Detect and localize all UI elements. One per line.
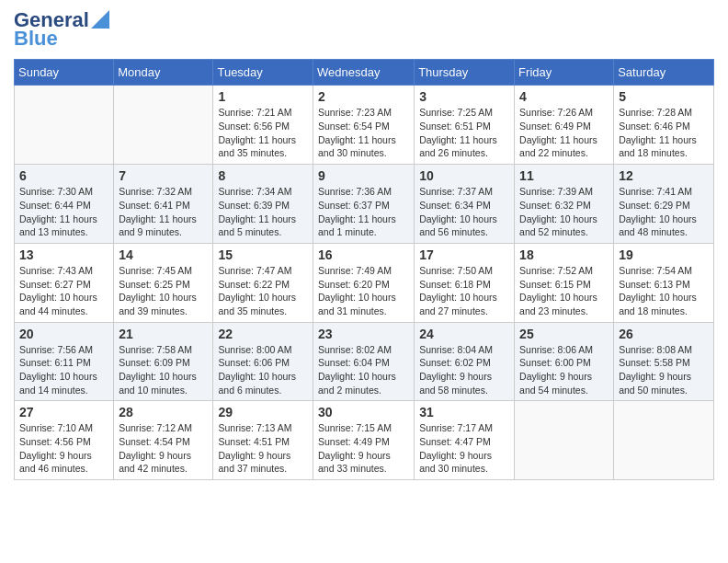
calendar-week-row: 1Sunrise: 7:21 AMSunset: 6:56 PMDaylight… [15, 86, 714, 165]
logo-icon [91, 6, 109, 29]
day-content: Sunrise: 7:10 AMSunset: 4:56 PMDaylight:… [19, 421, 108, 476]
day-number: 31 [419, 405, 509, 419]
day-number: 30 [318, 405, 409, 419]
calendar-cell: 20Sunrise: 7:56 AMSunset: 6:11 PMDayligh… [15, 322, 114, 401]
calendar-cell: 30Sunrise: 7:15 AMSunset: 4:49 PMDayligh… [313, 401, 415, 480]
day-content: Sunrise: 7:47 AMSunset: 6:22 PMDaylight:… [218, 264, 308, 318]
day-number: 9 [318, 168, 409, 183]
calendar-header-friday: Friday [515, 60, 614, 86]
day-number: 4 [519, 89, 609, 104]
calendar-cell: 18Sunrise: 7:52 AMSunset: 6:15 PMDayligh… [515, 243, 614, 322]
day-content: Sunrise: 7:26 AMSunset: 6:49 PMDaylight:… [519, 106, 609, 160]
day-number: 22 [218, 327, 308, 341]
day-content: Sunrise: 7:58 AMSunset: 6:09 PMDaylight:… [119, 343, 208, 397]
day-content: Sunrise: 7:49 AMSunset: 6:20 PMDaylight:… [318, 264, 409, 318]
page: General Blue SundayMondayTuesdayWednesda… [0, 0, 728, 489]
calendar-cell: 16Sunrise: 7:49 AMSunset: 6:20 PMDayligh… [313, 243, 415, 322]
day-number: 8 [218, 168, 308, 183]
day-number: 2 [318, 89, 409, 104]
day-content: Sunrise: 7:25 AMSunset: 6:51 PMDaylight:… [419, 106, 509, 160]
day-content: Sunrise: 7:45 AMSunset: 6:25 PMDaylight:… [119, 264, 208, 318]
calendar-week-row: 27Sunrise: 7:10 AMSunset: 4:56 PMDayligh… [15, 401, 714, 480]
calendar-cell: 28Sunrise: 7:12 AMSunset: 4:54 PMDayligh… [114, 401, 213, 480]
calendar-header-row: SundayMondayTuesdayWednesdayThursdayFrid… [15, 60, 714, 86]
day-content: Sunrise: 7:13 AMSunset: 4:51 PMDaylight:… [218, 421, 308, 476]
day-content: Sunrise: 7:36 AMSunset: 6:37 PMDaylight:… [318, 185, 409, 239]
day-number: 26 [619, 327, 709, 341]
svg-marker-0 [91, 10, 109, 29]
calendar-cell: 10Sunrise: 7:37 AMSunset: 6:34 PMDayligh… [415, 165, 515, 244]
calendar-cell: 24Sunrise: 8:04 AMSunset: 6:02 PMDayligh… [415, 322, 515, 401]
calendar-cell: 22Sunrise: 8:00 AMSunset: 6:06 PMDayligh… [213, 322, 313, 401]
day-content: Sunrise: 7:30 AMSunset: 6:44 PMDaylight:… [19, 185, 108, 239]
day-content: Sunrise: 8:00 AMSunset: 6:06 PMDaylight:… [218, 343, 308, 397]
day-number: 12 [619, 168, 709, 183]
calendar-cell: 8Sunrise: 7:34 AMSunset: 6:39 PMDaylight… [213, 165, 313, 244]
day-number: 11 [519, 168, 609, 183]
day-number: 16 [318, 247, 409, 262]
calendar-header-thursday: Thursday [415, 60, 515, 86]
calendar-header-sunday: Sunday [15, 60, 114, 86]
day-number: 19 [619, 247, 709, 262]
day-content: Sunrise: 7:12 AMSunset: 4:54 PMDaylight:… [119, 421, 208, 476]
calendar-cell: 12Sunrise: 7:41 AMSunset: 6:29 PMDayligh… [614, 165, 714, 244]
day-number: 13 [19, 247, 108, 262]
day-content: Sunrise: 8:06 AMSunset: 6:00 PMDaylight:… [519, 343, 609, 397]
day-content: Sunrise: 8:02 AMSunset: 6:04 PMDaylight:… [318, 343, 409, 397]
day-number: 18 [519, 247, 609, 262]
day-content: Sunrise: 7:39 AMSunset: 6:32 PMDaylight:… [519, 185, 609, 239]
day-number: 21 [119, 327, 208, 341]
day-content: Sunrise: 7:54 AMSunset: 6:13 PMDaylight:… [619, 264, 709, 318]
calendar-cell: 17Sunrise: 7:50 AMSunset: 6:18 PMDayligh… [415, 243, 515, 322]
calendar-cell: 26Sunrise: 8:08 AMSunset: 5:58 PMDayligh… [614, 322, 714, 401]
day-content: Sunrise: 7:15 AMSunset: 4:49 PMDaylight:… [318, 421, 409, 476]
calendar-cell: 14Sunrise: 7:45 AMSunset: 6:25 PMDayligh… [114, 243, 213, 322]
day-content: Sunrise: 7:28 AMSunset: 6:46 PMDaylight:… [619, 106, 709, 160]
day-content: Sunrise: 7:52 AMSunset: 6:15 PMDaylight:… [519, 264, 609, 318]
calendar-cell: 29Sunrise: 7:13 AMSunset: 4:51 PMDayligh… [213, 401, 313, 480]
calendar-cell: 23Sunrise: 8:02 AMSunset: 6:04 PMDayligh… [313, 322, 415, 401]
logo: General Blue [14, 9, 109, 50]
calendar-cell [114, 86, 213, 165]
day-number: 27 [19, 405, 108, 419]
calendar-header-wednesday: Wednesday [313, 60, 415, 86]
day-content: Sunrise: 8:04 AMSunset: 6:02 PMDaylight:… [419, 343, 509, 397]
day-number: 23 [318, 327, 409, 341]
day-content: Sunrise: 7:43 AMSunset: 6:27 PMDaylight:… [19, 264, 108, 318]
calendar-table: SundayMondayTuesdayWednesdayThursdayFrid… [14, 59, 714, 480]
day-number: 7 [119, 168, 208, 183]
day-content: Sunrise: 7:17 AMSunset: 4:47 PMDaylight:… [419, 421, 509, 476]
day-number: 29 [218, 405, 308, 419]
calendar-cell: 3Sunrise: 7:25 AMSunset: 6:51 PMDaylight… [415, 86, 515, 165]
day-content: Sunrise: 7:23 AMSunset: 6:54 PMDaylight:… [318, 106, 409, 160]
day-number: 15 [218, 247, 308, 262]
calendar-cell: 15Sunrise: 7:47 AMSunset: 6:22 PMDayligh… [213, 243, 313, 322]
calendar-cell: 2Sunrise: 7:23 AMSunset: 6:54 PMDaylight… [313, 86, 415, 165]
calendar-cell [515, 401, 614, 480]
day-content: Sunrise: 7:34 AMSunset: 6:39 PMDaylight:… [218, 185, 308, 239]
calendar-header-tuesday: Tuesday [213, 60, 313, 86]
calendar-week-row: 20Sunrise: 7:56 AMSunset: 6:11 PMDayligh… [15, 322, 714, 401]
day-number: 17 [419, 247, 509, 262]
calendar-cell: 25Sunrise: 8:06 AMSunset: 6:00 PMDayligh… [515, 322, 614, 401]
calendar-cell: 21Sunrise: 7:58 AMSunset: 6:09 PMDayligh… [114, 322, 213, 401]
day-number: 25 [519, 327, 609, 341]
calendar-cell: 27Sunrise: 7:10 AMSunset: 4:56 PMDayligh… [15, 401, 114, 480]
day-content: Sunrise: 7:37 AMSunset: 6:34 PMDaylight:… [419, 185, 509, 239]
calendar-cell: 5Sunrise: 7:28 AMSunset: 6:46 PMDaylight… [614, 86, 714, 165]
day-content: Sunrise: 7:50 AMSunset: 6:18 PMDaylight:… [419, 264, 509, 318]
day-number: 28 [119, 405, 208, 419]
logo-text-blue: Blue [14, 28, 58, 50]
calendar-week-row: 6Sunrise: 7:30 AMSunset: 6:44 PMDaylight… [15, 165, 714, 244]
day-number: 10 [419, 168, 509, 183]
calendar-cell: 6Sunrise: 7:30 AMSunset: 6:44 PMDaylight… [15, 165, 114, 244]
day-number: 24 [419, 327, 509, 341]
calendar-cell: 11Sunrise: 7:39 AMSunset: 6:32 PMDayligh… [515, 165, 614, 244]
day-content: Sunrise: 7:21 AMSunset: 6:56 PMDaylight:… [218, 106, 308, 160]
calendar-header-saturday: Saturday [614, 60, 714, 86]
day-content: Sunrise: 7:32 AMSunset: 6:41 PMDaylight:… [119, 185, 208, 239]
calendar-week-row: 13Sunrise: 7:43 AMSunset: 6:27 PMDayligh… [15, 243, 714, 322]
calendar-cell: 19Sunrise: 7:54 AMSunset: 6:13 PMDayligh… [614, 243, 714, 322]
calendar-cell: 4Sunrise: 7:26 AMSunset: 6:49 PMDaylight… [515, 86, 614, 165]
calendar-cell: 9Sunrise: 7:36 AMSunset: 6:37 PMDaylight… [313, 165, 415, 244]
